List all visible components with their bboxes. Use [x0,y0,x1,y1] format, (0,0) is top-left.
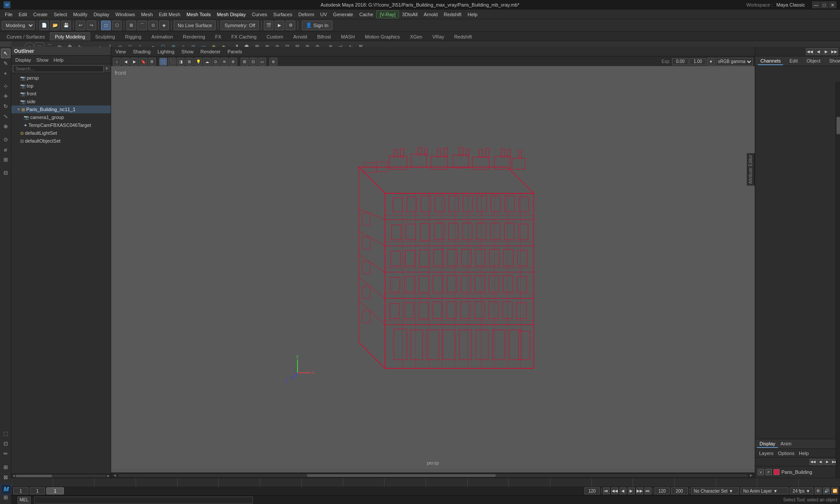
le-tab-display[interactable]: Display [757,440,778,448]
menu-display[interactable]: Display [91,11,112,18]
vp-colorspace[interactable]: sRGB gamma [716,58,753,66]
menu-vray[interactable]: [V-Ray] [376,10,399,18]
menu-cache[interactable]: Cache [356,11,376,18]
tool-select-arrow[interactable]: ↖ [1,49,10,58]
menu-generate[interactable]: Generate [330,11,356,18]
tab-rigging[interactable]: Rigging [120,32,146,41]
tab-curves-surfaces[interactable]: Curves / Surfaces [2,32,49,41]
tab-sculpting[interactable]: Sculpting [91,32,120,41]
menu-windows[interactable]: Windows [112,11,138,18]
layer-ctrl-right1[interactable]: ▶ [824,459,830,465]
current-frame-field[interactable] [30,487,45,494]
mel-python-toggle[interactable]: MEL [18,497,31,504]
vp-gamma-field[interactable] [690,58,706,65]
vp-exposure-field[interactable] [672,58,689,65]
outliner-scroll-left[interactable]: ◀ [12,474,15,478]
tool-transform[interactable]: ⊹ [1,81,10,91]
tree-item-persp[interactable]: 📷 persp [11,74,111,82]
tool-snap-together[interactable]: ⊟ [1,168,10,178]
fps-dropdown[interactable]: 24 fps ▼ [790,487,813,494]
vp-hud[interactable]: ⊡ [249,58,257,66]
tree-item-objectset[interactable]: ⊟ defaultObjectSet [11,137,111,145]
tree-item-top[interactable]: 📷 top [11,82,111,90]
sign-in-btn[interactable]: 👤 Sign In [302,21,332,30]
menu-mesh-display[interactable]: Mesh Display [214,11,249,18]
tool-move-icon[interactable]: ✛ [1,91,10,101]
tool-show-manip[interactable]: ⊞ [1,155,10,164]
play-btn-prev-key[interactable]: ◀◀ [611,487,618,494]
menu-edit[interactable]: Edit [16,11,30,18]
vp-isolate[interactable]: ⊛ [270,58,277,66]
menu-help[interactable]: Help [465,11,481,18]
menu-deform[interactable]: Deform [295,11,317,18]
command-line-input[interactable] [34,497,253,504]
tab-mash[interactable]: MASH [336,32,360,41]
menu-arnold[interactable]: Arnold [421,11,441,18]
le-tab-anim[interactable]: Anim [778,440,794,448]
le-sub-layers[interactable]: Layers [757,450,776,456]
attr-editor-side-tab[interactable]: Attribute Editor [747,153,755,186]
toolbar-render-options[interactable]: ⚙ [286,21,295,30]
max-frame-field2[interactable] [671,487,688,494]
toolbar-lasso[interactable]: ⬡ [112,21,122,30]
toolbar-render-frame[interactable]: 🎬 [264,21,273,30]
vp-ao[interactable]: ⊙ [212,58,220,66]
menu-curves[interactable]: Curves [249,11,270,18]
outliner-search-input[interactable] [13,65,104,72]
toolbar-snap-point[interactable]: ⊙ [148,21,158,30]
toolbar-redo[interactable]: ↪ [87,21,96,30]
minimize-button[interactable]: — [812,1,820,8]
tab-fx[interactable]: FX [210,32,226,41]
symmetry-btn[interactable]: Symmetry: Off [220,21,259,30]
vp-shaded[interactable]: ◨ [177,58,185,66]
play-btn-rewind-all[interactable]: ⏮ [603,487,610,494]
toolbar-snap-surface[interactable]: ◈ [159,21,169,30]
tool-layout2[interactable]: ⊠ [1,472,10,482]
no-live-surface-btn[interactable]: No Live Surface [174,21,216,30]
no-character-set-dropdown[interactable]: No Character Set ▼ [691,487,739,494]
tab-xgen[interactable]: XGen [405,32,427,41]
rp-tab-edit[interactable]: Edit [787,57,800,65]
play-btn-next-frame[interactable]: ▶▶ [636,487,643,494]
menu-select[interactable]: Select [51,11,70,18]
tool-universal[interactable]: ⊕ [1,122,10,131]
end-range-field[interactable] [584,487,600,494]
toolbar-new[interactable]: 📄 [39,21,49,30]
tab-poly-modeling[interactable]: Poly Modeling [50,32,90,41]
tool-paint-select[interactable]: ✎ [1,59,10,68]
layer-visibility-v[interactable]: V [758,469,764,475]
rp-tab-object[interactable]: Object [804,57,823,65]
tool-grease-pencil[interactable]: ✏ [1,449,10,458]
rp-icon-right1[interactable]: ▶ [822,48,830,55]
vp-shadows[interactable]: ☁ [203,58,211,66]
toolbar-select-mode[interactable]: ◻ [101,21,111,30]
toolbar-save[interactable]: 💾 [61,21,71,30]
play-btn-play[interactable]: ▶ [628,487,635,494]
tool-scale[interactable]: ⤡ [1,112,10,121]
tab-custom[interactable]: Custom [262,32,288,41]
tool-soft-mod[interactable]: ⊙ [1,135,10,144]
vp-menu-lighting[interactable]: Lighting [156,49,176,55]
outliner-menu-help[interactable]: Help [52,57,66,63]
vp-home[interactable]: ⌂ [113,58,121,66]
toolbar-snap-curve[interactable]: ⌒ [137,21,147,30]
toolbar-open[interactable]: 📂 [50,21,60,30]
building-3d-view[interactable]: X Y Z [111,66,755,469]
timeline-loop[interactable]: 🔁 [831,487,838,494]
menu-modify[interactable]: Modify [70,11,90,18]
vp-menu-show[interactable]: Show [180,49,196,55]
tab-bifrost[interactable]: Bifrost [312,32,336,41]
timeline-audio[interactable]: 🔊 [823,487,830,494]
tab-vray[interactable]: VRay [427,32,449,41]
tree-item-camera-group[interactable]: 📷 camera1_group [11,113,111,121]
menu-create[interactable]: Create [30,11,51,18]
tab-motion-graphics[interactable]: Motion Graphics [360,32,405,41]
tree-item-paris-building[interactable]: ▼ ⊞ Paris_Building_nc11_1 [11,105,111,113]
layer-ctrl-left1[interactable]: ◀ [817,459,823,465]
toolbar-undo[interactable]: ↩ [76,21,85,30]
rp-icon-left1[interactable]: ◀ [815,48,822,55]
rp-icon-right2[interactable]: ▶▶ [830,48,838,55]
vp-gate[interactable]: ▭ [258,58,266,66]
maximize-button[interactable]: □ [820,1,828,8]
vp-menu-view[interactable]: View [114,49,128,55]
